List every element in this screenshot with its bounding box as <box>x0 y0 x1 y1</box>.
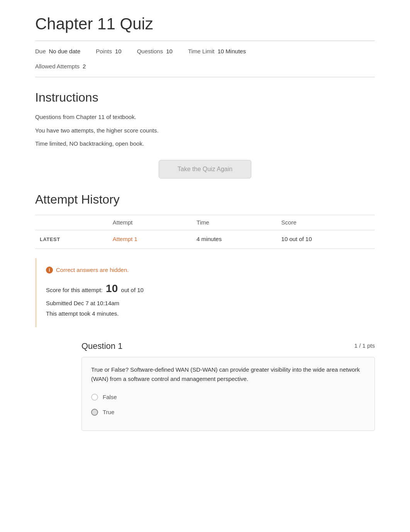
score-total: out of 10 <box>121 287 144 293</box>
col-empty <box>35 215 108 230</box>
question-1-header: Question 1 1 / 1 pts <box>81 340 375 352</box>
info-icon: i <box>46 267 53 274</box>
time-limit-value: 10 Minutes <box>218 47 246 56</box>
questions-label: Questions <box>137 47 163 56</box>
instructions-heading: Instructions <box>35 88 375 107</box>
option-label: True <box>103 408 114 417</box>
score-line: Score for this attempt: 10 out of 10 <box>46 280 366 297</box>
attempt-table-header-row: Attempt Time Score <box>35 215 375 230</box>
col-attempt: Attempt <box>108 215 192 230</box>
instruction-line-2: You have two attempts, the higher score … <box>35 126 375 135</box>
meta-time-limit: Time Limit 10 Minutes <box>188 47 246 56</box>
meta-divider-top <box>35 41 375 41</box>
allowed-attempts-label: Allowed Attempts <box>35 62 80 71</box>
question-1-title: Question 1 <box>81 340 122 352</box>
answer-option: True <box>91 408 365 417</box>
quiz-title: Chapter 11 Quiz <box>35 12 375 36</box>
meta-divider-bottom <box>35 77 375 77</box>
meta-due: Due No due date <box>35 47 80 56</box>
question-1-text: True or False? Software-defined WAN (SD-… <box>91 365 365 384</box>
question-1-content: True or False? Software-defined WAN (SD-… <box>81 357 375 431</box>
attempt-detail-box: i Correct answers are hidden. Score for … <box>35 258 375 328</box>
took-line: This attempt took 4 minutes. <box>46 309 366 318</box>
radio-selected[interactable] <box>91 409 98 416</box>
col-score: Score <box>277 215 375 230</box>
meta-row-2: Allowed Attempts 2 <box>35 59 375 74</box>
answer-option: False <box>91 393 365 402</box>
score-number: 10 <box>106 282 118 294</box>
option-label: False <box>103 393 117 402</box>
questions-value: 10 <box>166 47 173 56</box>
row-label: LATEST <box>35 230 108 249</box>
question-1-options: FalseTrue <box>91 393 365 416</box>
meta-questions: Questions 10 <box>137 47 173 56</box>
points-value: 10 <box>115 47 122 56</box>
row-attempt[interactable]: Attempt 1 <box>108 230 192 249</box>
page-container: Chapter 11 Quiz Due No due date Points 1… <box>20 0 390 442</box>
table-row: LATEST Attempt 1 4 minutes 10 out of 10 <box>35 230 375 249</box>
meta-row-1: Due No due date Points 10 Questions 10 T… <box>35 44 375 59</box>
attempt-history-table: Attempt Time Score LATEST Attempt 1 4 mi… <box>35 215 375 249</box>
correct-answers-text: Correct answers are hidden. <box>56 266 129 275</box>
meta-points: Points 10 <box>96 47 121 56</box>
due-label: Due <box>35 47 46 56</box>
row-time: 4 minutes <box>192 230 276 249</box>
due-value: No due date <box>49 47 81 56</box>
submitted-line: Submitted Dec 7 at 10:14am <box>46 299 366 308</box>
correct-answers-notice: i Correct answers are hidden. <box>46 266 366 275</box>
instruction-line-1: Questions from Chapter 11 of textbook. <box>35 113 375 122</box>
time-limit-label: Time Limit <box>188 47 215 56</box>
attempt-history-section: Attempt History Attempt Time Score LATES… <box>35 190 375 249</box>
question-1-pts: 1 / 1 pts <box>354 342 375 350</box>
allowed-attempts-value: 2 <box>83 62 86 71</box>
meta-allowed-attempts: Allowed Attempts 2 <box>35 62 86 71</box>
points-label: Points <box>96 47 112 56</box>
take-quiz-button[interactable]: Take the Quiz Again <box>159 160 251 178</box>
instruction-line-3: Time limited, NO backtracking, open book… <box>35 139 375 148</box>
attempt-history-heading: Attempt History <box>35 190 375 209</box>
radio-unselected[interactable] <box>91 394 98 401</box>
score-label: Score for this attempt: <box>46 287 103 293</box>
question-1-block: Question 1 1 / 1 pts True or False? Soft… <box>35 340 375 431</box>
col-time: Time <box>192 215 276 230</box>
row-score: 10 out of 10 <box>277 230 375 249</box>
